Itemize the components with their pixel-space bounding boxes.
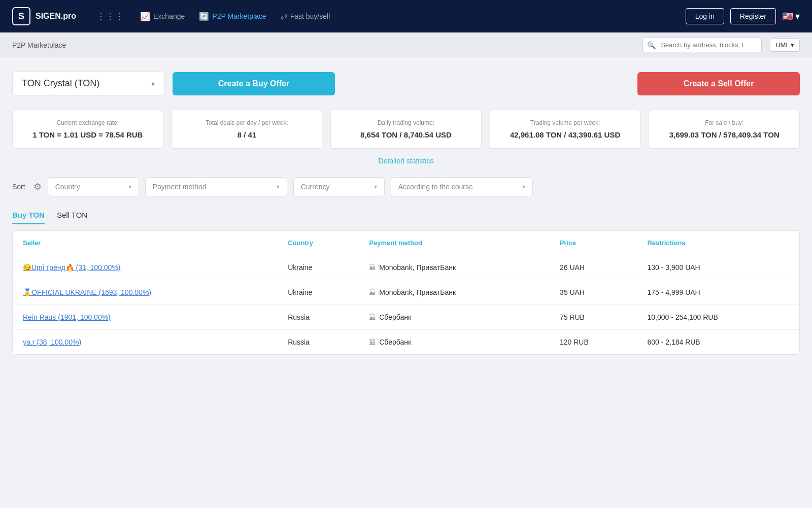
currency-filter-label: Currency <box>301 183 330 191</box>
offers-table-wrap: Seller Country Payment method Price Rest… <box>12 230 800 355</box>
price-cell: 120 RUB <box>550 330 637 355</box>
seller-link[interactable]: 😏Umi тренд🔥 (31, 100.00%) <box>23 263 121 272</box>
create-sell-offer-button[interactable]: Create a Sell Offer <box>637 72 800 95</box>
stat-exchange-rate-value: 1 TON = 1.01 USD = 78.54 RUB <box>25 130 151 139</box>
nav-exchange[interactable]: 📈 Exchange <box>140 12 185 21</box>
coin-selector-arrow: ▾ <box>151 80 155 88</box>
country-cell: Russia <box>278 330 359 355</box>
breadcrumb-search-area: 🔍 UMI ▾ <box>642 38 800 52</box>
country-filter[interactable]: Country ▾ <box>48 177 139 196</box>
stat-total-deals-label: Total deals per day / per week: <box>184 119 310 126</box>
tab-buy-ton[interactable]: Buy TON <box>12 207 45 224</box>
chevron-down-icon: ▾ <box>795 11 800 22</box>
stat-for-sale-buy-label: For sale / buy: <box>661 119 787 126</box>
tab-sell-ton[interactable]: Sell TON <box>57 207 87 224</box>
currency-selector-label: UMI <box>775 41 788 49</box>
register-button[interactable]: Register <box>730 8 776 24</box>
stat-exchange-rate-label: Current exchange rate: <box>25 119 151 126</box>
detailed-stats-link-area: Detailed statistics <box>12 157 800 165</box>
coin-selector[interactable]: TON Crystal (TON) ▾ <box>12 72 164 95</box>
col-payment: Payment method <box>359 231 550 255</box>
language-selector[interactable]: 🇺🇸 ▾ <box>782 11 800 22</box>
chevron-down-icon: ▾ <box>128 183 131 190</box>
payment-cell: 🏛Сбербанк <box>359 305 550 330</box>
table-row: 😏Umi тренд🔥 (31, 100.00%) Ukraine 🏛Monob… <box>13 255 799 280</box>
seller-link[interactable]: ya.r (38, 100.00%) <box>23 338 81 346</box>
exchange-icon: 📈 <box>140 12 150 21</box>
country-cell: Ukraine <box>278 255 359 280</box>
currency-selector[interactable]: UMI ▾ <box>770 38 800 52</box>
flag-icon: 🇺🇸 <box>782 11 793 22</box>
country-filter-label: Country <box>55 183 80 191</box>
bank-icon: 🏛 <box>369 288 376 296</box>
stat-daily-volume-label: Daily trading volume: <box>343 119 469 126</box>
stat-total-deals: Total deals per day / per week: 8 / 41 <box>172 110 323 149</box>
table-row: ya.r (38, 100.00%) Russia 🏛Сбербанк 120 … <box>13 330 799 355</box>
nav-fastbuy[interactable]: ⇄ Fast buy/sell <box>281 12 330 21</box>
chevron-down-icon: ▾ <box>791 41 794 49</box>
restrictions-cell: 130 - 3,900 UAH <box>637 255 799 280</box>
table-row: 🥇OFFICIAL UKRAINE (1693, 100.00%) Ukrain… <box>13 280 799 305</box>
payment-cell: 🏛Monobank, ПриватБанк <box>359 255 550 280</box>
stat-daily-volume: Daily trading volume: 8,654 TON / 8,740.… <box>330 110 482 149</box>
nav-p2p[interactable]: 🔄 P2P Marketplace <box>199 12 266 21</box>
col-seller: Seller <box>13 231 278 255</box>
tabs-row: Buy TON Sell TON <box>12 207 800 224</box>
restrictions-cell: 600 - 2,184 RUB <box>637 330 799 355</box>
top-row: TON Crystal (TON) ▾ Create a Buy Offer C… <box>12 72 800 95</box>
country-cell: Ukraine <box>278 280 359 305</box>
price-cell: 26 UAH <box>550 255 637 280</box>
search-icon: 🔍 <box>647 41 656 49</box>
create-buy-offer-button[interactable]: Create a Buy Offer <box>173 72 335 95</box>
breadcrumb: P2P Marketplace <box>12 41 66 49</box>
bank-icon: 🏛 <box>369 338 376 346</box>
sort-by-filter-label: According to the course <box>398 183 473 191</box>
country-cell: Russia <box>278 305 359 330</box>
coin-selector-label: TON Crystal (TON) <box>22 78 99 89</box>
currency-filter[interactable]: Currency ▾ <box>293 177 385 196</box>
payment-cell: 🏛Monobank, ПриватБанк <box>359 280 550 305</box>
price-cell: 75 RUB <box>550 305 637 330</box>
search-input[interactable] <box>656 38 757 52</box>
bank-icon: 🏛 <box>369 313 376 321</box>
fastbuy-icon: ⇄ <box>281 12 287 21</box>
main-content: TON Crystal (TON) ▾ Create a Buy Offer C… <box>0 57 812 369</box>
stats-row: Current exchange rate: 1 TON = 1.01 USD … <box>12 110 800 149</box>
login-button[interactable]: Log in <box>686 8 724 24</box>
nav-links: 📈 Exchange 🔄 P2P Marketplace ⇄ Fast buy/… <box>140 12 669 21</box>
sort-label: Sort <box>12 183 25 191</box>
sort-by-filter[interactable]: According to the course ▾ <box>391 177 533 196</box>
table-row: Rein Raus (1901, 100.00%) Russia 🏛Сберба… <box>13 305 799 330</box>
chevron-down-icon: ▾ <box>522 183 525 190</box>
nav-p2p-label: P2P Marketplace <box>212 12 266 20</box>
grid-icon[interactable]: ⋮⋮⋮ <box>96 11 124 22</box>
stat-exchange-rate: Current exchange rate: 1 TON = 1.01 USD … <box>12 110 163 149</box>
chevron-down-icon: ▾ <box>374 183 377 190</box>
stat-daily-volume-value: 8,654 TON / 8,740.54 USD <box>343 130 469 139</box>
payment-method-filter[interactable]: Payment method ▾ <box>145 177 287 196</box>
logo-icon: S <box>12 7 30 25</box>
stat-weekly-volume-label: Trading volume per week: <box>502 119 628 126</box>
col-country: Country <box>278 231 359 255</box>
col-restrictions: Restrictions <box>637 231 799 255</box>
breadcrumb-bar: P2P Marketplace 🔍 UMI ▾ <box>0 32 812 57</box>
col-price: Price <box>550 231 637 255</box>
logo-text: SIGEN.pro <box>36 12 76 21</box>
tabs-container: Buy TON Sell TON <box>12 207 800 224</box>
chevron-down-icon: ▾ <box>277 183 280 190</box>
stat-weekly-volume-value: 42,961.08 TON / 43,390.61 USD <box>502 130 628 139</box>
nav-exchange-label: Exchange <box>153 12 185 20</box>
stat-weekly-volume: Trading volume per week: 42,961.08 TON /… <box>490 110 641 149</box>
offers-table: Seller Country Payment method Price Rest… <box>13 231 799 354</box>
logo[interactable]: S SIGEN.pro <box>12 7 76 25</box>
sort-row: Sort ⚙ Country ▾ Payment method ▾ Curren… <box>12 177 800 196</box>
stat-for-sale-buy: For sale / buy: 3,699.03 TON / 578,409.3… <box>649 110 800 149</box>
p2p-icon: 🔄 <box>199 12 209 21</box>
seller-link[interactable]: 🥇OFFICIAL UKRAINE (1693, 100.00%) <box>23 288 151 296</box>
settings-icon[interactable]: ⚙ <box>33 181 42 192</box>
table-header: Seller Country Payment method Price Rest… <box>13 231 799 255</box>
stat-total-deals-value: 8 / 41 <box>184 130 310 139</box>
nav-fastbuy-label: Fast buy/sell <box>290 12 330 20</box>
seller-link[interactable]: Rein Raus (1901, 100.00%) <box>23 313 111 321</box>
detailed-stats-link[interactable]: Detailed statistics <box>379 157 434 165</box>
